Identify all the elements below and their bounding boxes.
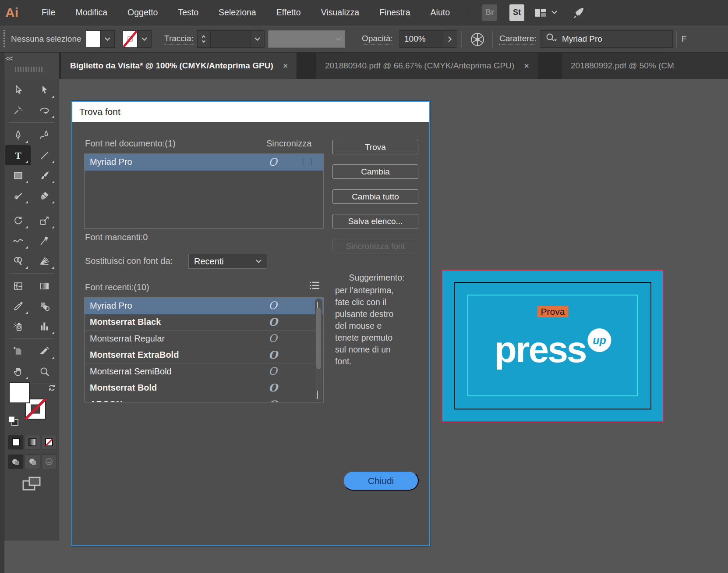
recent-font-row-clipped[interactable]: ARGON O: [85, 396, 323, 402]
recent-font-row[interactable]: Montserrat Black O: [85, 314, 323, 331]
character-label[interactable]: Carattere:: [499, 33, 536, 44]
gpu-performance-rocket-icon[interactable]: [572, 6, 585, 19]
recent-font-row[interactable]: Montserrat Regular O: [85, 331, 323, 347]
pressup-logo[interactable]: press up: [494, 331, 611, 368]
curvature-tool[interactable]: [32, 125, 57, 145]
draw-behind-button[interactable]: [25, 454, 40, 469]
opacity-label[interactable]: Opacità:: [362, 33, 393, 44]
recent-fonts-list[interactable]: Myriad Pro O Montserrat Black O Montserr…: [84, 297, 324, 402]
menu-finestra[interactable]: Finestra: [369, 0, 420, 25]
list-view-icon[interactable]: [309, 281, 320, 292]
scrollbar[interactable]: [315, 299, 322, 402]
recent-font-row[interactable]: Montserrat SemiBold O: [85, 363, 323, 380]
stroke-swatch[interactable]: [123, 30, 138, 48]
stroke-weight-label[interactable]: Traccia:: [164, 33, 194, 44]
menu-visualizza[interactable]: Visualizza: [311, 0, 369, 25]
rotate-tool[interactable]: [5, 210, 31, 231]
gradient-tool[interactable]: [32, 276, 57, 296]
panel-drag-grip[interactable]: [15, 67, 44, 72]
menu-seleziona[interactable]: Seleziona: [209, 0, 266, 25]
default-fill-stroke-icon[interactable]: [8, 416, 19, 429]
replace-source-dropdown[interactable]: Recenti: [188, 254, 267, 269]
menu-modifica[interactable]: Modifica: [65, 0, 117, 25]
color-button[interactable]: [8, 435, 24, 450]
tab-biglietto[interactable]: Biglietto da Visita* @ 100% (CMYK/Antepr…: [61, 53, 297, 79]
save-list-button[interactable]: Salva elenco...: [332, 214, 418, 228]
column-graph-tool[interactable]: [32, 316, 57, 336]
menu-file[interactable]: File: [32, 0, 65, 25]
fill-swatch[interactable]: [86, 30, 101, 48]
change-all-button[interactable]: Cambia tutto: [332, 189, 418, 204]
bridge-button[interactable]: Br: [482, 4, 497, 21]
opacity-expand-button[interactable]: [443, 30, 457, 48]
fill-dropdown-button[interactable]: [101, 30, 115, 48]
paintbrush-tool[interactable]: [32, 165, 57, 185]
font-family-combo[interactable]: Myriad Pro: [541, 30, 673, 48]
document-fonts-list[interactable]: Myriad Pro O: [84, 153, 324, 229]
scroll-down-icon[interactable]: [317, 391, 318, 399]
dialog-title[interactable]: Trova font: [72, 102, 429, 122]
scale-tool[interactable]: [32, 210, 57, 231]
panel-grip[interactable]: [4, 30, 5, 48]
business-card-artboard[interactable]: Prova press up: [442, 270, 664, 422]
hand-tool[interactable]: [5, 361, 31, 381]
font-row-selected[interactable]: Myriad Pro O: [85, 154, 323, 171]
selected-text[interactable]: Prova: [537, 306, 569, 317]
find-button[interactable]: Trova: [332, 140, 418, 154]
recent-font-row[interactable]: Myriad Pro O: [85, 298, 323, 314]
tab-201880992[interactable]: 201880992.pdf @ 50% (CM: [562, 53, 728, 79]
close-icon[interactable]: ×: [524, 61, 529, 71]
arrange-documents-icon[interactable]: [535, 7, 556, 18]
menu-oggetto[interactable]: Oggetto: [117, 0, 168, 25]
opacity-input[interactable]: 100%: [399, 30, 443, 48]
blend-tool[interactable]: [32, 296, 57, 316]
selection-tool[interactable]: [5, 80, 31, 100]
type-tool[interactable]: T: [5, 145, 31, 165]
swap-fill-stroke-icon[interactable]: [47, 383, 57, 395]
menu-testo[interactable]: Testo: [168, 0, 209, 25]
none-button[interactable]: [41, 435, 57, 450]
mesh-tool[interactable]: [5, 276, 31, 296]
menu-effetto[interactable]: Effetto: [266, 0, 311, 25]
stroke-dropdown-button[interactable]: [138, 30, 152, 48]
draw-normal-button[interactable]: [8, 454, 24, 469]
eyedropper-tool[interactable]: [5, 296, 31, 316]
fill-color-indicator[interactable]: [9, 382, 30, 403]
color-wheel-icon[interactable]: [470, 32, 485, 49]
lasso-tool[interactable]: [32, 100, 57, 120]
scrollbar-thumb[interactable]: [316, 308, 321, 369]
change-button[interactable]: Cambia: [332, 164, 418, 179]
puppet-warp-tool[interactable]: [32, 231, 57, 251]
eraser-tool[interactable]: [32, 185, 57, 206]
stock-button[interactable]: St: [509, 4, 524, 21]
recent-font-row[interactable]: Montserrat Bold O: [85, 380, 323, 397]
draw-inside-button[interactable]: [41, 454, 57, 469]
change-screen-mode-icon[interactable]: [21, 476, 42, 494]
artboard-tool[interactable]: [5, 341, 31, 361]
close-dialog-button[interactable]: Chiudi: [343, 471, 419, 491]
perspective-grid-tool[interactable]: [32, 251, 57, 271]
stroke-color-control[interactable]: [123, 30, 152, 48]
menu-aiuto[interactable]: Aiuto: [421, 0, 460, 25]
rectangle-tool[interactable]: [5, 165, 31, 185]
slice-tool[interactable]: [32, 341, 57, 361]
collapse-panel-button[interactable]: <<: [5, 54, 12, 63]
zoom-tool[interactable]: [32, 361, 57, 381]
symbol-sprayer-tool[interactable]: [5, 316, 31, 336]
sync-checkbox[interactable]: [304, 158, 312, 166]
fill-color-control[interactable]: [86, 30, 115, 48]
tab-201880940[interactable]: 201880940.pdf @ 66,67% (CMYK/Anteprima G…: [316, 53, 538, 79]
line-segment-tool[interactable]: [32, 145, 57, 165]
close-icon[interactable]: ×: [283, 61, 288, 71]
recent-font-row[interactable]: Montserrat ExtraBold O: [85, 347, 323, 364]
pen-tool[interactable]: [5, 125, 31, 145]
gradient-button[interactable]: [25, 435, 40, 450]
stroke-weight-stepper[interactable]: [197, 30, 210, 48]
direct-selection-tool[interactable]: [32, 80, 57, 100]
magic-wand-tool[interactable]: [5, 100, 31, 120]
shape-builder-tool[interactable]: [5, 251, 31, 271]
shaper-tool[interactable]: [5, 185, 31, 206]
width-tool[interactable]: [5, 231, 31, 251]
stroke-weight-input[interactable]: [210, 30, 251, 48]
stroke-weight-dropdown[interactable]: [251, 30, 265, 48]
